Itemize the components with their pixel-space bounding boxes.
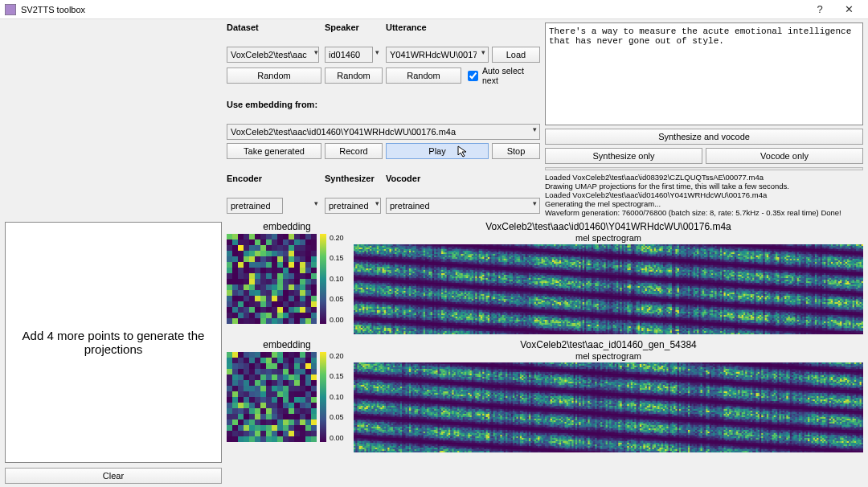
synthesizer-label: Synthesizer xyxy=(325,174,383,183)
encoder-select[interactable]: pretrained xyxy=(227,198,283,214)
embedding2-plot xyxy=(227,352,317,442)
dataset-random-button[interactable]: Random xyxy=(227,68,321,84)
speaker-random-button[interactable]: Random xyxy=(325,68,383,84)
record-button[interactable]: Record xyxy=(325,143,383,159)
spectrogram1-subtitle: mel spectrogram xyxy=(354,233,863,243)
load-button[interactable]: Load xyxy=(492,47,540,63)
vocode-only-button[interactable]: Vocode only xyxy=(706,148,863,164)
synthesize-only-button[interactable]: Synthesize only xyxy=(545,148,702,164)
dataset-label: Dataset xyxy=(227,23,321,32)
titlebar: SV2TTS toolbox ? ✕ xyxy=(0,0,868,19)
embedding1-plot xyxy=(227,234,317,324)
projections-panel: Add 4 more points to generate the projec… xyxy=(5,222,222,463)
utterance-random-button[interactable]: Random xyxy=(386,68,461,84)
app-icon xyxy=(5,4,16,15)
take-generated-button[interactable]: Take generated xyxy=(227,143,321,159)
speaker-select[interactable]: id01460 xyxy=(325,47,373,63)
clear-button[interactable]: Clear xyxy=(5,468,222,484)
encoder-label: Encoder xyxy=(227,174,321,183)
utterance-label: Utterance xyxy=(386,23,540,32)
spectrogram1-title: VoxCeleb2\test\aac\id01460\Y041WRHdcWU\0… xyxy=(354,221,863,232)
help-button[interactable]: ? xyxy=(805,3,834,15)
embedding1-colorbar-labels: 0.200.150.100.050.00 xyxy=(330,234,344,324)
speaker-label: Speaker xyxy=(325,23,383,32)
progress-bar xyxy=(545,167,863,170)
utterance-select[interactable]: Y041WRHdcWU\00177.m4a xyxy=(386,47,489,63)
spectrogram2-plot xyxy=(354,362,863,452)
embedding-path-select[interactable]: VoxCeleb2\test\aac\id01460\Y041WRHdcWU\0… xyxy=(227,124,540,140)
auto-select-next-input[interactable] xyxy=(468,71,478,81)
play-button[interactable]: Play xyxy=(386,143,489,159)
synthesize-vocode-button[interactable]: Synthesize and vocode xyxy=(545,129,863,145)
svg-rect-0 xyxy=(5,4,16,15)
embedding1-title: embedding xyxy=(227,221,347,232)
embedding2-colorbar xyxy=(320,352,326,442)
projections-placeholder: Add 4 more points to generate the projec… xyxy=(14,329,213,356)
use-embedding-label: Use embedding from: xyxy=(227,100,540,109)
embedding2-colorbar-labels: 0.200.150.100.050.00 xyxy=(330,352,344,442)
vocoder-select[interactable]: pretrained xyxy=(386,198,540,214)
stop-button[interactable]: Stop xyxy=(492,143,540,159)
spectrogram2-subtitle: mel spectrogram xyxy=(354,351,863,361)
window-title: SV2TTS toolbox xyxy=(21,5,805,14)
dataset-select[interactable]: VoxCeleb2\test\aac xyxy=(227,47,319,63)
close-button[interactable]: ✕ xyxy=(834,3,863,15)
embedding2-title: embedding xyxy=(227,339,347,350)
text-input[interactable]: There's a way to measure the acute emoti… xyxy=(545,23,863,125)
embedding1-colorbar xyxy=(320,234,326,324)
spectrogram2-title: VoxCeleb2\test\aac_id01460_gen_54384 xyxy=(354,339,863,350)
cursor-icon xyxy=(457,145,469,158)
auto-select-next-checkbox[interactable]: Auto select next xyxy=(465,66,540,85)
log-output: Loaded VoxCeleb2\test\aac\id08392\CZLQUQ… xyxy=(545,174,863,218)
synthesizer-select[interactable]: pretrained xyxy=(325,198,381,214)
vocoder-label: Vocoder xyxy=(386,174,540,183)
spectrogram1-plot xyxy=(354,244,863,334)
